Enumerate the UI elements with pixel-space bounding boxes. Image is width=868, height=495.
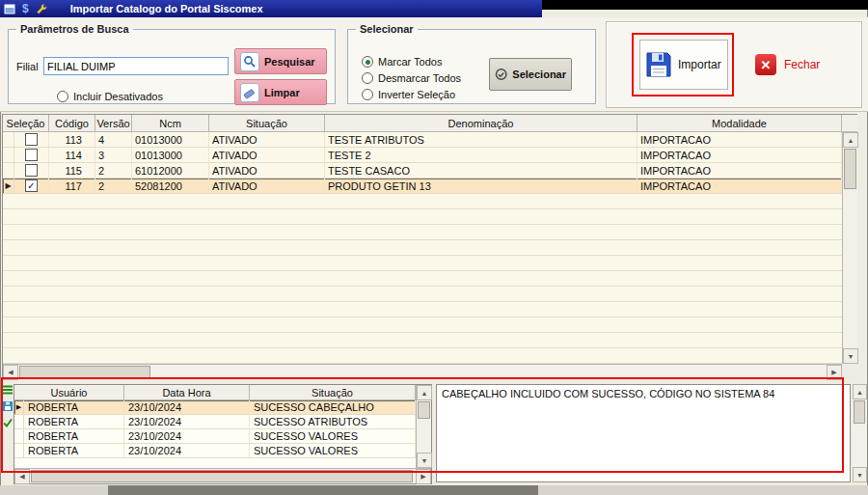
window-icon — [4, 4, 15, 14]
empty-row — [3, 333, 842, 348]
empty-row — [3, 317, 842, 333]
radio-icon[interactable] — [362, 72, 373, 84]
column-header-denominac-a-o[interactable]: Denominação — [325, 115, 637, 132]
radio-icon[interactable] — [57, 91, 68, 102]
column-header-situac-a-o[interactable]: Situação — [209, 115, 325, 132]
titlebar: $ Importar Catalogo do Portal Siscomex — [0, 0, 542, 17]
cell-situacao: SUCESSO CABEÇALHO — [250, 400, 416, 415]
save-icon[interactable] — [2, 400, 14, 412]
row-checkbox[interactable] — [25, 149, 38, 161]
scroll-down-icon[interactable] — [853, 467, 867, 482]
scroll-right-icon[interactable] — [416, 469, 431, 484]
scroll-up-icon[interactable] — [843, 132, 858, 148]
catalog-vertical-scrollbar[interactable] — [842, 132, 857, 364]
cell-modalidade: IMPORTACAO — [637, 148, 842, 163]
params-groupbox: Parâmetros de Busca Filial Incluir Desat… — [8, 23, 336, 104]
log-column-header-data-hora[interactable]: Data Hora — [124, 385, 250, 400]
wrench-icon — [36, 3, 48, 15]
radio-label: Marcar Todos — [378, 56, 442, 68]
scroll-thumb[interactable] — [19, 366, 150, 378]
log-vertical-scrollbar[interactable] — [416, 385, 431, 468]
column-header-ncm[interactable]: Ncm — [132, 115, 209, 132]
cell-modalidade: IMPORTACAO — [637, 163, 842, 179]
log-grid-header: UsuárioData HoraSituação — [14, 385, 416, 400]
radio-label: Desmarcar Todos — [378, 72, 461, 84]
row-indicator — [3, 179, 14, 194]
log-message-text: CABEÇALHO INCLUIDO COM SUCESSO, CÓDIGO N… — [442, 388, 774, 399]
cell-data-hora: 23/10/2024 — [124, 429, 250, 444]
cell-codigo: 113 — [49, 132, 95, 148]
cell-selecao — [14, 132, 49, 148]
cell-situacao: ATIVADO — [209, 179, 325, 194]
empty-row — [3, 209, 842, 225]
row-checkbox[interactable] — [25, 179, 38, 192]
column-header-modalidade[interactable]: Modalidade — [637, 115, 842, 132]
radio-marcar-todos[interactable]: Marcar Todos — [362, 54, 461, 69]
importar-button[interactable]: Importar — [639, 40, 728, 90]
cell-situacao: SUCESSO VALORES — [250, 444, 416, 458]
limpar-label: Limpar — [264, 87, 300, 98]
log-row[interactable]: ROBERTA23/10/2024SUCESSO VALORES — [14, 429, 416, 444]
log-side-toolbar — [1, 384, 14, 428]
row-checkbox[interactable] — [25, 164, 38, 177]
cell-situacao: ATIVADO — [209, 163, 325, 179]
log-column-header-situac-a-o[interactable]: Situação — [250, 385, 416, 400]
scroll-left-icon[interactable] — [14, 469, 30, 484]
selecionar-label: Selecionar — [512, 69, 566, 80]
cell-usuario: ROBERTA — [24, 429, 124, 444]
log-horizontal-scrollbar[interactable] — [14, 468, 431, 483]
selecionar-button[interactable]: Selecionar — [489, 58, 572, 91]
column-header-co-digo[interactable]: Código — [49, 115, 95, 132]
magnifier-icon — [240, 52, 259, 71]
cell-versao: 3 — [95, 148, 132, 163]
catalog-horizontal-scrollbar[interactable] — [3, 364, 842, 379]
message-vertical-scrollbar[interactable] — [853, 384, 867, 482]
radio-icon[interactable] — [362, 56, 373, 68]
scroll-thumb[interactable] — [854, 400, 865, 424]
catalog-row[interactable]: 115261012000ATIVADOTESTE CASACOIMPORTACA… — [3, 163, 842, 179]
row-indicator — [14, 444, 24, 458]
log-message-panel: CABEÇALHO INCLUIDO COM SUCESSO, CÓDIGO N… — [436, 384, 851, 482]
scroll-right-icon[interactable] — [827, 365, 842, 380]
titlebar-black-area — [542, 0, 868, 10]
export-list-icon[interactable] — [2, 384, 14, 396]
radio-incluir-desativados[interactable]: Incluir Desativados — [57, 89, 163, 104]
column-header-selec-a-o[interactable]: Seleção — [3, 115, 49, 132]
log-row[interactable]: ROBERTA23/10/2024SUCESSO ATRIBUTOS — [14, 415, 416, 429]
filial-input[interactable] — [43, 57, 229, 75]
scroll-up-icon[interactable] — [417, 385, 432, 400]
confirm-check-icon[interactable] — [2, 417, 14, 428]
scroll-up-icon[interactable] — [853, 384, 867, 399]
filial-label: Filial — [16, 61, 39, 72]
cell-versao: 2 — [95, 163, 132, 179]
scroll-thumb[interactable] — [31, 470, 413, 482]
pesquisar-button[interactable]: Pesquisar — [234, 48, 327, 74]
column-header-versa-o[interactable]: Versão — [95, 115, 132, 132]
scroll-thumb[interactable] — [844, 149, 856, 189]
log-row[interactable]: ROBERTA23/10/2024SUCESSO CABEÇALHO — [14, 400, 416, 415]
fechar-button[interactable]: Fechar — [751, 49, 852, 80]
scroll-down-icon[interactable] — [843, 348, 858, 364]
cell-denominacao: TESTE CASACO — [325, 163, 637, 179]
catalog-row[interactable]: 114301013000ATIVADOTESTE 2IMPORTACAO — [3, 148, 842, 163]
cell-data-hora: 23/10/2024 — [124, 444, 250, 458]
bottom-scroll-thumb[interactable] — [108, 485, 538, 495]
catalog-row[interactable]: 113401013000ATIVADOTESTE ATRIBUTOSIMPORT… — [3, 132, 842, 148]
radio-icon[interactable] — [362, 89, 373, 100]
cell-data-hora: 23/10/2024 — [124, 400, 250, 415]
scroll-down-icon[interactable] — [417, 453, 432, 468]
toolbar: Parâmetros de Busca Filial Incluir Desat… — [0, 17, 868, 112]
log-row[interactable]: ROBERTA23/10/2024SUCESSO VALORES — [14, 444, 416, 458]
catalog-row[interactable]: 117252081200ATIVADOPRODUTO GETIN 13IMPOR… — [3, 179, 842, 194]
scroll-thumb[interactable] — [418, 401, 430, 419]
cell-modalidade: IMPORTACAO — [637, 179, 842, 194]
pesquisar-label: Pesquisar — [264, 56, 315, 68]
radio-inverter-selec-a-o[interactable]: Inverter Seleção — [362, 87, 461, 102]
row-indicator — [3, 148, 14, 163]
log-column-header-usua-rio[interactable]: Usuário — [14, 385, 124, 400]
scroll-left-icon[interactable] — [3, 365, 18, 380]
radio-desmarcar-todos[interactable]: Desmarcar Todos — [362, 70, 461, 86]
cell-selecao — [14, 179, 49, 194]
limpar-button[interactable]: Limpar — [234, 79, 327, 105]
row-checkbox[interactable] — [25, 133, 38, 146]
